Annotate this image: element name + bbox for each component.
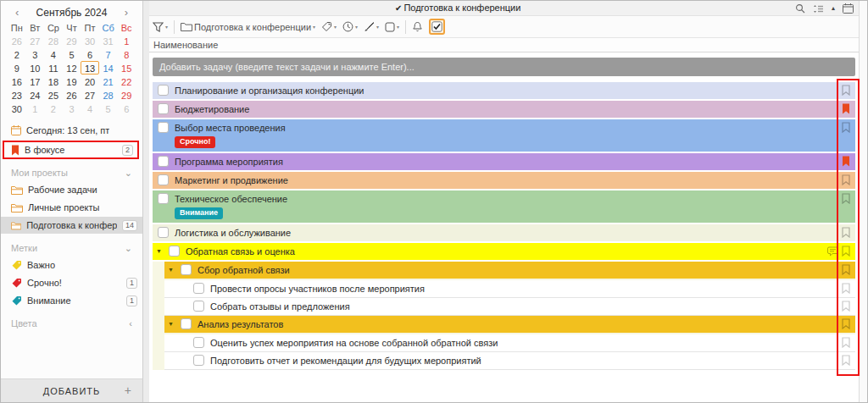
task-row[interactable]: Планирование и организация конференции — [153, 82, 855, 99]
bookmark-filled-icon[interactable] — [842, 156, 850, 167]
calendar-day[interactable]: 1 — [117, 34, 136, 47]
calendar-day[interactable]: 29 — [117, 88, 136, 102]
expand-triangle-icon[interactable]: ▼ — [156, 243, 167, 260]
bookmark-icon[interactable] — [842, 337, 850, 348]
color-brush-button[interactable]: ▾ — [364, 21, 379, 32]
calendar-day[interactable]: 18 — [44, 75, 63, 88]
calendar-day[interactable]: 30 — [8, 102, 26, 115]
task-row[interactable]: Бюджетирование — [153, 101, 855, 118]
task-checkbox[interactable] — [181, 264, 192, 275]
task-row[interactable]: Программа мероприятия — [153, 153, 855, 170]
task-checkbox[interactable] — [181, 318, 192, 329]
task-checkbox[interactable] — [158, 122, 169, 133]
calendar-day[interactable]: 1 — [26, 102, 45, 115]
calendar-day[interactable]: 15 — [117, 61, 136, 75]
calendar-day[interactable]: 21 — [99, 75, 118, 88]
task-row[interactable]: ▼Обратная связь и оценка — [153, 243, 855, 260]
calendar-day[interactable]: 28 — [99, 88, 118, 102]
sidebar-item-project[interactable]: Рабочие задачи — [1, 181, 142, 198]
calendar-day[interactable]: 20 — [81, 75, 99, 88]
bookmark-icon[interactable] — [842, 174, 850, 185]
calendar-day[interactable]: 14 — [99, 61, 118, 75]
bookmark-icon[interactable] — [842, 246, 850, 257]
calendar-day[interactable]: 24 — [26, 88, 45, 102]
task-checkbox[interactable] — [158, 174, 169, 185]
calendar-day[interactable]: 25 — [44, 88, 63, 102]
task-checkbox[interactable] — [193, 355, 204, 366]
calendar-day[interactable]: 11 — [44, 61, 63, 75]
show-completed-toggle[interactable] — [429, 19, 445, 35]
calendar-day[interactable]: 5 — [99, 102, 118, 115]
calendar-day[interactable]: 4 — [44, 47, 63, 61]
calendar-day[interactable]: 2 — [8, 47, 26, 61]
task-row[interactable]: Техническое обеспечениеВнимание — [153, 190, 855, 223]
status-button[interactable]: ▾ — [385, 22, 399, 32]
task-row[interactable]: Провести опросы участников после меропри… — [164, 280, 855, 298]
calendar-day[interactable]: 27 — [81, 88, 99, 102]
expand-triangle-icon[interactable]: ▼ — [168, 316, 179, 333]
bookmark-icon[interactable] — [842, 355, 850, 366]
task-checkbox[interactable] — [158, 193, 169, 204]
calendar-day[interactable]: 22 — [117, 75, 136, 88]
bookmark-icon[interactable] — [842, 264, 850, 275]
calendar-day[interactable]: 3 — [63, 102, 81, 115]
task-row[interactable]: Маркетинг и продвижение — [153, 172, 855, 189]
sidebar-item-project[interactable]: Подготовка к конфере...14 — [1, 217, 142, 234]
calendar-day[interactable]: 26 — [63, 88, 81, 102]
labels-section-header[interactable]: Метки ⌄ — [1, 240, 142, 256]
calendar-day[interactable]: 6 — [81, 47, 99, 61]
calendar-day[interactable]: 30 — [81, 34, 99, 47]
bookmark-icon[interactable] — [842, 318, 850, 329]
task-checkbox[interactable] — [193, 301, 204, 312]
add-task-input[interactable]: Добавить задачу (введите текст задачи и … — [153, 58, 855, 76]
calendar-day[interactable]: 27 — [26, 34, 45, 47]
calendar-day[interactable]: 23 — [8, 88, 26, 102]
sidebar-item-today[interactable]: Сегодня: 13 сен, пт — [1, 122, 142, 139]
time-button[interactable]: ▾ — [342, 21, 358, 32]
calendar-day[interactable]: 7 — [99, 47, 118, 61]
bookmark-icon[interactable] — [842, 85, 850, 96]
task-checkbox[interactable] — [169, 246, 180, 257]
task-row[interactable]: ▼Сбор обратной связи — [164, 262, 855, 279]
tag-button[interactable]: ▾ — [321, 21, 337, 32]
task-row[interactable]: Логистика и обслуживание — [153, 224, 855, 241]
task-checkbox[interactable] — [158, 85, 169, 96]
calendar-day[interactable]: 5 — [63, 47, 81, 61]
calendar-day[interactable]: 6 — [117, 102, 136, 115]
calendar-day[interactable]: 29 — [63, 34, 81, 47]
scrollbar[interactable] — [859, 1, 867, 402]
bookmark-icon[interactable] — [842, 122, 850, 133]
calendar-day[interactable]: 10 — [26, 61, 45, 75]
bookmark-filled-icon[interactable] — [842, 103, 850, 114]
task-row[interactable]: Оценить успех мероприятия на основе собр… — [164, 334, 855, 352]
task-checkbox[interactable] — [193, 337, 204, 348]
task-row[interactable]: Выбор места проведенияСрочно! — [153, 119, 855, 152]
filter-button[interactable]: ▾ — [153, 22, 168, 32]
task-row[interactable]: ▼Анализ результатов — [164, 316, 855, 333]
bookmark-icon[interactable] — [842, 301, 850, 312]
calendar-day-today[interactable]: 13 — [81, 61, 99, 75]
expand-triangle-icon[interactable]: ▼ — [168, 262, 179, 279]
bookmark-icon[interactable] — [842, 283, 850, 294]
calendar-day[interactable]: 19 — [63, 75, 81, 88]
calendar-day[interactable]: 28 — [44, 34, 63, 47]
calendar-day[interactable]: 9 — [8, 61, 26, 75]
calendar-day[interactable]: 2 — [44, 102, 63, 115]
calendar-day[interactable]: 12 — [63, 61, 81, 75]
sidebar-item-label[interactable]: Внимание1 — [1, 292, 142, 309]
bookmark-icon[interactable] — [842, 193, 850, 204]
calendar-day[interactable]: 31 — [99, 34, 118, 47]
task-checkbox[interactable] — [158, 103, 169, 114]
search-icon[interactable] — [795, 3, 805, 14]
calendar-next-icon[interactable]: › — [122, 6, 131, 19]
calendar-day[interactable]: 17 — [26, 75, 45, 88]
calendar-prev-icon[interactable]: ‹ — [13, 6, 21, 19]
sidebar-item-label[interactable]: Срочно!1 — [1, 274, 142, 291]
project-selector-button[interactable]: Подготовка к конференции ▾ — [181, 22, 315, 32]
column-header-name[interactable]: Наименование — [149, 38, 867, 52]
colors-section-header[interactable]: Цвета ‹ — [1, 316, 142, 331]
collapse-icon[interactable]: ▴ — [832, 4, 835, 13]
task-row[interactable]: Подготовить отчет и рекомендации для буд… — [164, 352, 855, 370]
task-checkbox[interactable] — [193, 283, 204, 294]
calendar-day[interactable]: 8 — [117, 47, 136, 61]
